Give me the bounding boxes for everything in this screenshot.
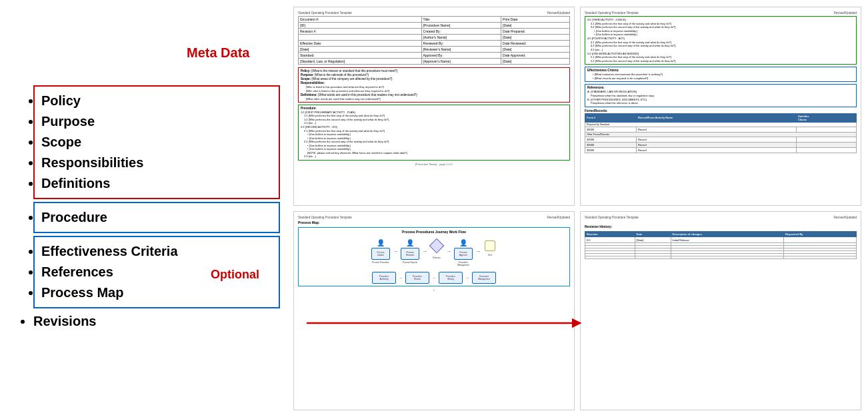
flow-diamond: Decision <box>430 239 443 259</box>
revision-history-label: Revision History: <box>585 224 857 228</box>
doc-page-1: Standard Operating Procedure Template Re… <box>293 7 575 206</box>
page3-header: Standard Operating Procedure Template Re… <box>298 216 570 219</box>
forms-table: Form # Record/Form Activity Name Satisfi… <box>585 113 857 153</box>
procedure-section: Procedure <box>33 202 280 233</box>
right-panel: Standard Operating Procedure Template Re… <box>287 0 868 417</box>
page2-header: Standard Operating Procedure Template Re… <box>585 11 857 15</box>
doc-page-3: Standard Operating Procedure Template Re… <box>293 211 575 410</box>
page4-header: Standard Operating Procedure Template Re… <box>585 216 857 219</box>
policy-section-box: Policy: {What is the mission or standard… <box>298 67 570 103</box>
page1-subtitle: Revised/Updated <box>547 11 570 15</box>
bullet-scope: Scope <box>41 132 272 153</box>
references-section-box: References: A. {STANDARD, LAW OR REGULAT… <box>585 84 857 107</box>
flow-sub-1: ProcedureAuthoring <box>372 272 396 284</box>
flow-title: Process Procedures Journey Work Flow <box>301 230 567 234</box>
doc-header-table: Document #:Title:Print Date: [ID][Proced… <box>298 16 570 65</box>
main-bullet-list: Policy Purpose Scope Responsibilities De… <box>13 85 280 332</box>
rev-col-requested: Requested By <box>783 232 856 237</box>
flow-sub-2: ProcedureReview <box>405 272 429 284</box>
rev-col-date: Date <box>635 232 671 237</box>
rev-col-description: Description of changes <box>671 232 783 237</box>
meta-data-section: Policy Purpose Scope Responsibilities De… <box>33 85 280 199</box>
doc-page-2: Standard Operating Procedure Template Re… <box>580 7 861 206</box>
optional-label: Optional <box>211 268 259 282</box>
forms-section: Forms/Records: Form # Record/Form Activi… <box>585 109 857 153</box>
process-map-box: Process Procedures Journey Work Flow 👤 P… <box>298 227 570 286</box>
bullet-responsibilities: Responsibilities <box>41 153 272 173</box>
flow-end: End <box>483 239 497 256</box>
left-panel: Policy Purpose Scope Responsibilities De… <box>0 0 287 417</box>
flow-person-1: 👤 ProcessInitiator Process Procedure <box>371 239 390 264</box>
bullet-definitions: Definitions <box>41 173 272 194</box>
bullet-policy: Policy <box>41 91 272 111</box>
page1-header: Standard Operating Procedure Template Re… <box>298 11 570 15</box>
flow-person-3: 👤 ProcessApprover ProcedureManagement <box>454 239 473 266</box>
green-continued: 3.0 {THIRD ACTIVITY - CHECK} 3.1 {Who pe… <box>585 16 857 65</box>
flow-person-2: 👤 ProcessReviewer Process Reports <box>401 239 419 264</box>
procedure-section-box: Procedure: 1.0 {FIRST PRELIMINARY ACTIVI… <box>298 105 570 161</box>
bullet-effectiveness: Effectiveness Criteria <box>41 241 272 262</box>
page3-title: Standard Operating Procedure Template <box>298 216 352 219</box>
rev-row-7 <box>585 256 857 259</box>
bullet-procedure: Procedure <box>41 207 272 228</box>
rev-cell-version: 0.0 <box>585 237 635 243</box>
bullet-purpose: Purpose <box>41 111 272 132</box>
process-map-label: Process Map: <box>298 220 570 224</box>
bullet-process-map: Process Map <box>41 282 272 303</box>
bullet-revisions: Revisions <box>33 311 280 332</box>
page4-subtitle: Revised/Updated <box>833 216 857 219</box>
rev-col-revision: Revision <box>585 232 635 237</box>
rev-row-1: 0.0 [Date] Initial Release <box>585 237 857 243</box>
flow-sub-3: ProcedureWriting <box>439 272 463 284</box>
rev-cell-date: [Date] <box>635 237 671 243</box>
flow-sub-4: DocumentManagement <box>472 272 496 284</box>
doc-page-4: Standard Operating Procedure Template Re… <box>580 211 861 410</box>
rev-cell-requested <box>783 237 856 243</box>
meta-data-label: Meta Data <box>187 45 249 61</box>
page4-title: Standard Operating Procedure Template <box>585 216 639 219</box>
page2-subtitle: Revised/Updated <box>833 11 857 15</box>
page1-title: Standard Operating Procedure Template <box>298 11 352 15</box>
revision-table: Revision Date Description of changes Req… <box>585 231 857 259</box>
page2-title: Standard Operating Procedure Template <box>585 11 639 15</box>
effectiveness-section-box: Effectiveness Criteria: • {What measures… <box>585 67 857 82</box>
page3-subtitle: Revised/Updated <box>547 216 570 219</box>
rev-cell-description: Initial Release <box>671 237 783 243</box>
